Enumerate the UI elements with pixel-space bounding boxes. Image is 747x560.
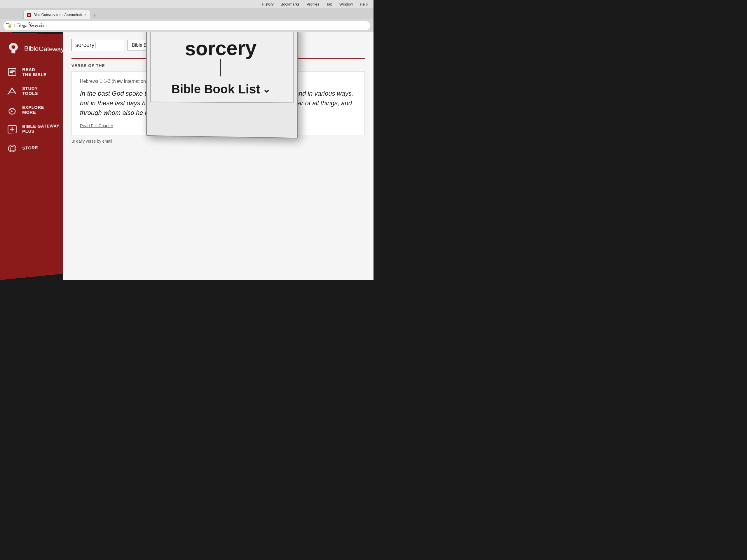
nav-plus-label: BIBLE GATEWAYPLUS	[22, 124, 59, 134]
sidebar: BibleGateway READTHE BIBLE	[0, 32, 67, 280]
menu-profiles[interactable]: Profiles	[307, 2, 319, 6]
zoom-bible-book-label: Bible Book List	[171, 82, 260, 97]
home-button[interactable]: ⌂	[37, 19, 45, 27]
logo-gateway: Gateway	[38, 45, 64, 53]
main-content: sorcery Bible Book List ⌄ New Interna VE…	[63, 32, 374, 280]
book-icon	[6, 66, 18, 77]
menu-tab[interactable]: Tab	[326, 2, 332, 6]
address-bar-row: 🔒 biblegateway.com	[0, 19, 374, 32]
tab-bar: ← → ↻ ⌂ B BibleGateway.com: A searchab ✕…	[0, 8, 374, 19]
nav-read-bible[interactable]: READTHE BIBLE	[6, 66, 61, 78]
search-input-value[interactable]: sorcery	[75, 42, 95, 48]
nav-explore-more[interactable]: EXPLOREMORE	[6, 105, 61, 115]
plus-icon	[6, 124, 18, 134]
browser-content: BibleGateway READTHE BIBLE	[0, 32, 374, 280]
tab-close-button[interactable]: ✕	[84, 13, 87, 17]
nav-store-label: STORE	[22, 145, 38, 151]
text-cursor	[95, 42, 96, 48]
search-input-wrapper[interactable]: sorcery	[72, 39, 124, 51]
explore-icon	[6, 105, 18, 115]
tab-favicon: B	[27, 13, 31, 17]
menu-bookmarks[interactable]: Bookmarks	[281, 2, 300, 6]
browser-tab-active[interactable]: B BibleGateway.com: A searchab ✕	[23, 10, 91, 19]
nav-bible-gateway-plus[interactable]: BIBLE GATEWAYPLUS	[6, 123, 61, 135]
reload-button[interactable]: ↻	[26, 19, 34, 27]
zoom-bible-book: Bible Book List ⌄	[157, 82, 286, 97]
nav-read-label: READTHE BIBLE	[22, 67, 46, 77]
address-bar[interactable]: 🔒 biblegateway.com	[3, 21, 370, 30]
new-tab-button[interactable]: +	[91, 11, 99, 19]
zoom-cursor	[220, 59, 221, 76]
logo-text: BibleGateway	[24, 45, 64, 53]
menu-history[interactable]: History	[262, 2, 274, 6]
logo-bible: Bible	[24, 45, 38, 52]
menu-window[interactable]: Window	[339, 2, 353, 6]
nav-explore-label: EXPLOREMORE	[22, 105, 44, 115]
browser-chrome: History Bookmarks Profiles Tab Window He…	[0, 0, 374, 32]
study-icon	[6, 86, 18, 96]
browser-menubar: History Bookmarks Profiles Tab Window He…	[0, 0, 374, 8]
nav-study-tools[interactable]: STUDYTOOLS	[6, 86, 61, 96]
daily-verse-email: ur daily verse by email	[63, 139, 374, 143]
forward-button[interactable]: →	[15, 19, 23, 27]
store-icon	[6, 143, 18, 154]
zoom-overlay: sorcery Bible Book List ⌄	[146, 32, 298, 138]
nav-store[interactable]: STORE	[6, 142, 61, 154]
zoom-chevron-icon: ⌄	[263, 84, 271, 95]
biblegateway-logo-icon	[6, 41, 20, 55]
tab-title: BibleGateway.com: A searchab	[33, 13, 82, 17]
zoom-search-word: sorcery	[157, 36, 286, 60]
nav-study-label: STUDYTOOLS	[22, 86, 38, 96]
menu-help[interactable]: Help	[360, 2, 368, 6]
logo-area: BibleGateway	[6, 41, 61, 56]
back-button[interactable]: ←	[3, 19, 12, 27]
